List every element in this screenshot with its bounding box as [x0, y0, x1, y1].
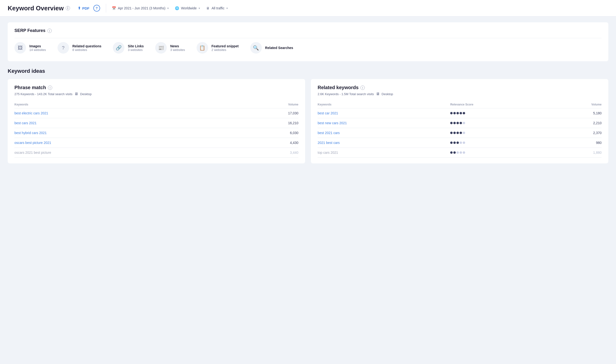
date-range-button[interactable]: Apr 2021 - Jun 2021 (3 Months) ▼: [118, 6, 169, 10]
related-keyword-cell[interactable]: top cars 2021: [318, 148, 450, 158]
filled-dot: [453, 132, 456, 134]
serp-feature-icon: ?: [57, 42, 69, 53]
phrase-match-table: Keywords Volume best electric cars 2021 …: [14, 101, 298, 158]
phrase-keyword-cell[interactable]: best hybrid cars 2021: [14, 128, 236, 138]
serp-features-grid: 🖼 Images 14 websites ? Related questions…: [14, 38, 602, 55]
traffic-filter: 🖥 All traffic ▼: [206, 6, 228, 10]
title-text: Keyword Overview: [8, 5, 64, 12]
location-label: Worldwide: [181, 6, 196, 10]
filled-dot: [460, 112, 462, 114]
title-info-icon[interactable]: i: [66, 6, 70, 10]
table-row: top cars 2021 1,880: [318, 148, 602, 158]
table-row: best 2021 cars 2,370: [318, 128, 602, 138]
location-button[interactable]: Worldwide ▼: [181, 6, 200, 10]
serp-feature-item: 📋 Featured snippet 2 websites: [196, 42, 239, 53]
phrase-col-volume: Volume: [236, 101, 298, 108]
serp-feature-count: 2 websites: [211, 48, 239, 52]
pdf-label: PDF: [82, 6, 89, 10]
empty-dot: [456, 151, 459, 154]
serp-feature-name: Featured snippet: [211, 44, 239, 48]
related-info-icon[interactable]: i: [361, 86, 365, 90]
serp-title-text: SERP Features: [14, 28, 45, 33]
phrase-volume-cell: 6,030: [236, 128, 298, 138]
relevance-cell: [450, 128, 555, 138]
date-filter: 📅 Apr 2021 - Jun 2021 (3 Months) ▼: [112, 6, 169, 10]
related-keywords-card: Related keywords i 2.6K Keywords - 1.5M …: [311, 79, 608, 163]
help-label: ?: [96, 6, 98, 10]
filled-dot: [456, 142, 459, 144]
serp-feature-name: Images: [29, 44, 46, 48]
empty-dot: [463, 142, 465, 144]
serp-feature-name: Related Searches: [265, 46, 293, 50]
phrase-match-meta-text: 275 Keywords - 143.2K Total search visit…: [14, 92, 72, 96]
serp-feature-item: 📰 News 3 websites: [155, 42, 185, 53]
table-row: best cars 2021 16,210: [14, 118, 298, 128]
serp-feature-item: 🔗 Site Links 3 websites: [113, 42, 144, 53]
phrase-keyword-cell[interactable]: oscars 2021 best picture: [14, 148, 236, 158]
location-chevron-icon: ▼: [198, 7, 200, 10]
globe-icon: 🌐: [175, 6, 179, 10]
related-volume-cell: 1,880: [555, 148, 602, 158]
date-range-label: Apr 2021 - Jun 2021 (3 Months): [118, 6, 166, 10]
related-volume-cell: 5,180: [555, 108, 602, 118]
phrase-keyword-cell[interactable]: best cars 2021: [14, 118, 236, 128]
related-keyword-cell[interactable]: best new cars 2021: [318, 118, 450, 128]
related-title-text: Related keywords: [318, 85, 359, 90]
related-col-relevance: Relevance Score: [450, 101, 555, 108]
location-filter: 🌐 Worldwide ▼: [175, 6, 200, 10]
table-row: best hybrid cars 2021 6,030: [14, 128, 298, 138]
filled-dot: [460, 122, 462, 124]
traffic-label: All traffic: [211, 6, 224, 10]
relevance-cell: [450, 118, 555, 128]
phrase-keyword-cell[interactable]: best electric cars 2021: [14, 108, 236, 118]
table-row: best electric cars 2021 17,030: [14, 108, 298, 118]
keyword-ideas-section: Keyword ideas Phrase match i 275 Keyword…: [8, 68, 608, 163]
related-keywords-title: Related keywords i: [318, 85, 602, 90]
related-volume-cell: 2,210: [555, 118, 602, 128]
relevance-cell: [450, 148, 555, 158]
help-button[interactable]: ?: [93, 5, 100, 12]
phrase-match-info-icon[interactable]: i: [48, 86, 52, 90]
serp-feature-icon: 🔍: [250, 42, 262, 53]
relevance-cell: [450, 108, 555, 118]
phrase-match-card: Phrase match i 275 Keywords - 143.2K Tot…: [8, 79, 305, 163]
empty-dot: [463, 151, 465, 154]
filled-dot: [463, 112, 465, 114]
phrase-col-keywords: Keywords: [14, 101, 236, 108]
related-keyword-cell[interactable]: 2021 best cars: [318, 138, 450, 148]
date-chevron-icon: ▼: [167, 7, 169, 10]
empty-dot: [460, 142, 462, 144]
traffic-button[interactable]: All traffic ▼: [211, 6, 228, 10]
related-col-volume: Volume: [555, 101, 602, 108]
empty-dot: [460, 151, 462, 154]
serp-feature-name: News: [170, 44, 185, 48]
related-volume-cell: 2,370: [555, 128, 602, 138]
phrase-desktop-icon: 🖥: [74, 92, 78, 96]
traffic-chevron-icon: ▼: [226, 7, 228, 10]
related-desktop-icon: 🖥: [376, 92, 380, 96]
filled-dot: [450, 132, 453, 134]
main-content: SERP Features i 🖼 Images 14 websites ? R…: [0, 17, 616, 169]
related-volume-cell: 980: [555, 138, 602, 148]
empty-dot: [463, 132, 465, 134]
phrase-keyword-cell[interactable]: oscars best picture 2021: [14, 138, 236, 148]
serp-feature-name: Site Links: [128, 44, 144, 48]
phrase-volume-cell: 3,440: [236, 148, 298, 158]
keyword-ideas-grid: Phrase match i 275 Keywords - 143.2K Tot…: [8, 79, 608, 163]
filled-dot: [450, 112, 453, 114]
serp-info-icon[interactable]: i: [47, 29, 52, 33]
traffic-icon: 🖥: [206, 6, 210, 10]
serp-feature-count: 3 websites: [170, 48, 185, 52]
serp-feature-item: ? Related questions 8 websites: [57, 42, 101, 53]
serp-feature-count: 3 websites: [128, 48, 144, 52]
filled-dot: [450, 122, 453, 124]
serp-feature-count: 14 websites: [29, 48, 46, 52]
serp-feature-icon: 📰: [155, 42, 167, 53]
related-keyword-cell[interactable]: best car 2021: [318, 108, 450, 118]
related-device-label: Desktop: [382, 92, 393, 96]
related-keywords-meta: 2.6K Keywords - 1.5M Total search visits…: [318, 92, 602, 96]
related-keyword-cell[interactable]: best 2021 cars: [318, 128, 450, 138]
pdf-button[interactable]: ⬆ PDF: [78, 6, 89, 10]
table-row: best new cars 2021 2,210: [318, 118, 602, 128]
filled-dot: [453, 151, 456, 154]
